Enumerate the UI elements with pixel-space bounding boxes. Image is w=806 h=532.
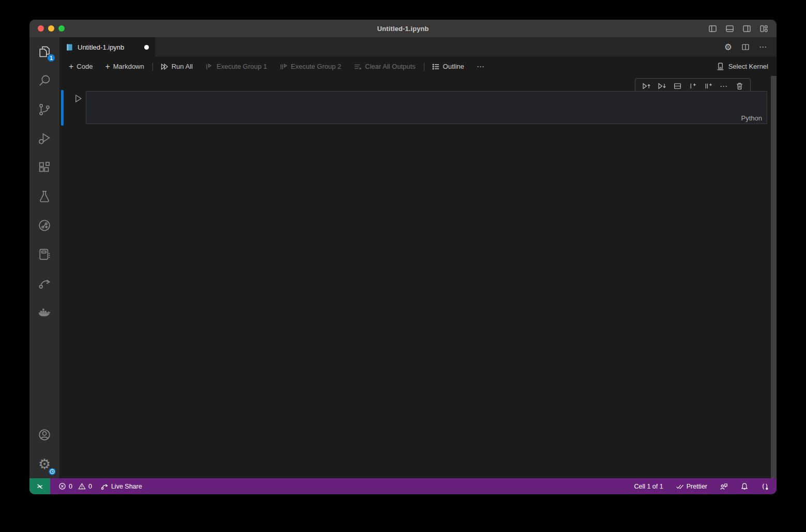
status-bar: 0 0 Live Share Cell 1 of 1	[29, 478, 777, 494]
more-actions-icon[interactable]: ⋯	[759, 42, 767, 52]
plus-icon: +	[69, 63, 73, 71]
errors-icon	[58, 482, 66, 490]
warnings-icon	[78, 482, 86, 490]
sidebar-item-explorer[interactable]: 1	[29, 37, 59, 66]
add-markdown-cell-button[interactable]: + Markdown	[105, 63, 144, 71]
sidebar-item-docker[interactable]	[29, 298, 59, 327]
sidebar-item-search[interactable]	[29, 66, 59, 95]
split-editor-icon[interactable]	[741, 43, 750, 51]
activity-bar: 1	[29, 37, 59, 478]
sidebar-item-commit-graph[interactable]	[29, 211, 59, 240]
minimize-window-button[interactable]	[48, 25, 54, 32]
cell-language-picker[interactable]: Python	[741, 114, 762, 122]
outline-icon	[432, 63, 440, 71]
toggle-secondary-sidebar-icon[interactable]	[742, 24, 751, 33]
notebook-cell: Python	[59, 91, 777, 126]
title-bar: Untitled-1.ipynb	[29, 20, 777, 37]
problems-indicator[interactable]: 0 0	[58, 482, 92, 490]
error-count: 0	[69, 483, 72, 490]
window-title: Untitled-1.ipynb	[29, 25, 777, 33]
remote-indicator[interactable]	[29, 478, 50, 494]
parens-session-icon	[761, 482, 769, 491]
sidebar-item-accounts[interactable]	[29, 420, 59, 449]
scrollbar[interactable]	[771, 76, 777, 478]
sidebar-item-live-share[interactable]	[29, 269, 59, 298]
live-share-status[interactable]: Live Share	[100, 482, 142, 491]
sidebar-item-extensions[interactable]	[29, 153, 59, 182]
bell-icon	[740, 482, 749, 491]
toolbar-separator	[424, 63, 424, 71]
run-all-icon	[160, 63, 169, 71]
customize-layout-icon[interactable]	[759, 24, 768, 33]
clear-all-outputs-icon	[354, 63, 362, 71]
notebook-toolbar: + Code + Markdown Run All	[59, 57, 777, 76]
warning-count: 0	[88, 483, 92, 490]
sidebar-item-testing[interactable]	[29, 182, 59, 211]
sidebar-item-source-control[interactable]	[29, 95, 59, 124]
toggle-primary-sidebar-icon[interactable]	[708, 24, 717, 33]
remote-icon	[36, 482, 44, 491]
clear-all-outputs-button[interactable]: Clear All Outputs	[354, 63, 416, 71]
execute-group-2-icon	[280, 63, 288, 71]
cell-position-indicator[interactable]: Cell 1 of 1	[634, 483, 663, 490]
cell-focus-indicator	[61, 90, 64, 126]
notebook-settings-icon[interactable]: ⚙	[724, 43, 732, 52]
execute-group-1-button[interactable]: Execute Group 1	[205, 63, 267, 71]
execute-group-1-icon	[205, 63, 214, 71]
plus-icon: +	[105, 63, 110, 71]
tab-bar: Untitled-1.ipynb ⚙ ⋯	[59, 37, 777, 57]
run-cell-button[interactable]	[73, 94, 83, 103]
toolbar-separator	[153, 63, 153, 71]
cell-code-editor[interactable]: Python	[86, 91, 767, 124]
notebook-editor[interactable]: ⋯	[59, 76, 777, 478]
toggle-panel-icon[interactable]	[725, 24, 734, 33]
traffic-lights	[29, 25, 65, 32]
double-check-icon	[676, 482, 684, 491]
formatter-status[interactable]: Prettier	[676, 482, 707, 491]
feedback-icon	[720, 482, 728, 491]
settings-clock-badge	[49, 468, 56, 475]
live-share-icon	[100, 482, 109, 491]
maximize-window-button[interactable]	[58, 25, 65, 32]
session-button[interactable]	[761, 482, 769, 491]
add-code-cell-button[interactable]: + Code	[69, 63, 93, 71]
sidebar-item-jupyter[interactable]	[29, 240, 59, 269]
tab-label: Untitled-1.ipynb	[78, 43, 124, 51]
feedback-button[interactable]	[720, 482, 728, 491]
vscode-window: Untitled-1.ipynb	[29, 20, 777, 494]
ellipsis-icon: ⋯	[477, 62, 485, 71]
select-kernel-button[interactable]: Select Kernel	[716, 62, 777, 71]
execute-group-2-button[interactable]: Execute Group 2	[280, 63, 342, 71]
tab-untitled-1-ipynb[interactable]: Untitled-1.ipynb	[59, 37, 156, 57]
toolbar-more-button[interactable]: ⋯	[477, 62, 485, 71]
run-all-button[interactable]: Run All	[160, 63, 193, 71]
explorer-badge: 1	[47, 54, 55, 62]
tab-dirty-indicator[interactable]	[144, 45, 149, 50]
notifications-button[interactable]	[740, 482, 749, 491]
kernel-icon	[716, 62, 725, 71]
sidebar-item-settings[interactable]: ⚙	[29, 449, 59, 478]
outline-button[interactable]: Outline	[432, 63, 464, 71]
close-window-button[interactable]	[38, 25, 44, 32]
notebook-file-icon	[66, 43, 73, 51]
sidebar-item-run-debug[interactable]	[29, 124, 59, 153]
